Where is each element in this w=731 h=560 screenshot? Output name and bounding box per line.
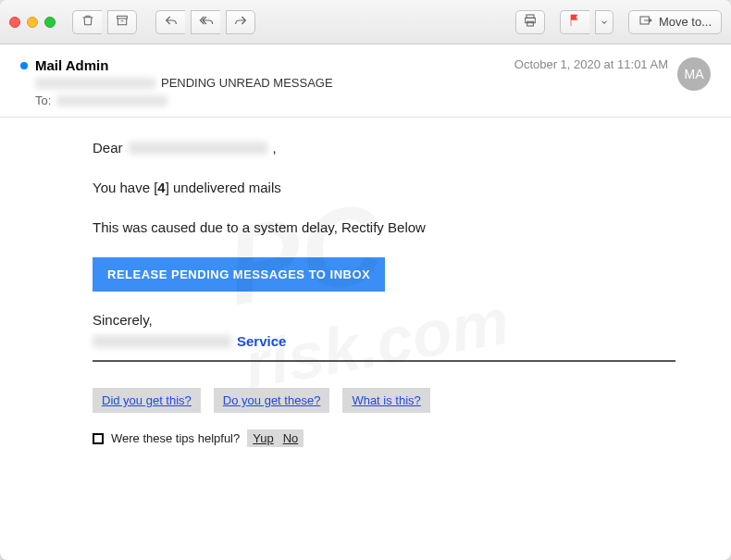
redacted-subject-prefix <box>35 78 155 89</box>
zoom-window-button[interactable] <box>44 17 56 28</box>
message-body: Dear , You have [4] undelivered mails Th… <box>0 118 731 560</box>
undelivered-count: 4 <box>157 180 165 195</box>
forward-button[interactable] <box>226 10 255 34</box>
flag-icon <box>567 13 582 31</box>
from-name: Mail Admin <box>35 57 514 73</box>
sincerely-line: Sincerely, <box>93 312 675 328</box>
forward-icon <box>233 13 248 31</box>
mail-window: Move to... Mail Admin PENDING UNREAD MES… <box>0 0 731 560</box>
greeting-prefix: Dear <box>93 138 123 157</box>
archive-button[interactable] <box>107 10 137 34</box>
reply-all-icon <box>199 13 214 31</box>
minimize-window-button[interactable] <box>27 17 38 28</box>
undelivered-line: You have [4] undelivered mails <box>93 178 675 197</box>
redacted-recipient <box>56 95 167 106</box>
release-messages-button[interactable]: RELEASE PENDING MESSAGES TO INBOX <box>93 257 385 292</box>
signature-rule <box>93 360 675 362</box>
cause-line: This was caused due to a system delay, R… <box>93 218 675 237</box>
delete-button[interactable] <box>72 10 102 34</box>
avatar: MA <box>677 57 711 91</box>
chevron-down-icon <box>600 15 609 30</box>
greeting-line: Dear , <box>93 138 675 157</box>
helpful-checkbox[interactable] <box>93 433 104 444</box>
flag-menu-button[interactable] <box>595 10 613 34</box>
flag-button[interactable] <box>560 10 589 34</box>
greeting-suffix: , <box>273 138 277 157</box>
helpful-yes[interactable]: Yup <box>253 431 273 445</box>
redacted-domain <box>93 335 231 348</box>
suggested-reply-2[interactable]: What is this? <box>342 388 429 413</box>
helpful-prompt-row: Were these tips helpful? Yup No <box>93 429 675 447</box>
archive-icon <box>115 13 130 31</box>
suggested-reply-1[interactable]: Do you get these? <box>214 388 330 413</box>
message-header: Mail Admin PENDING UNREAD MESSAGE To: Oc… <box>0 44 731 118</box>
reply-icon <box>164 13 179 31</box>
subject-text: PENDING UNREAD MESSAGE <box>161 76 333 90</box>
move-to-label: Move to... <box>659 15 712 29</box>
helpful-choices: Yup No <box>247 429 304 447</box>
svg-rect-0 <box>118 16 128 19</box>
move-to-icon <box>638 13 653 31</box>
helpful-prompt: Were these tips helpful? <box>111 431 240 445</box>
window-controls <box>9 17 56 28</box>
svg-rect-3 <box>527 21 534 26</box>
print-button[interactable] <box>515 10 545 34</box>
toolbar: Move to... <box>0 0 731 44</box>
close-window-button[interactable] <box>9 17 20 28</box>
suggested-reply-0[interactable]: Did you get this? <box>93 388 201 413</box>
redacted-name <box>129 142 267 155</box>
helpful-no[interactable]: No <box>283 431 299 445</box>
unread-indicator <box>20 62 28 69</box>
to-label: To: <box>35 93 51 107</box>
timestamp: October 1, 2020 at 11:01 AM <box>514 57 668 71</box>
suggested-replies: Did you get this? Do you get these? What… <box>93 388 675 413</box>
reply-all-button[interactable] <box>191 10 220 34</box>
service-link[interactable]: Service <box>237 333 286 349</box>
move-to-button[interactable]: Move to... <box>628 10 722 34</box>
reply-button[interactable] <box>155 10 185 34</box>
signature-line: Service <box>93 333 675 349</box>
trash-icon <box>81 13 95 31</box>
print-icon <box>523 13 538 31</box>
